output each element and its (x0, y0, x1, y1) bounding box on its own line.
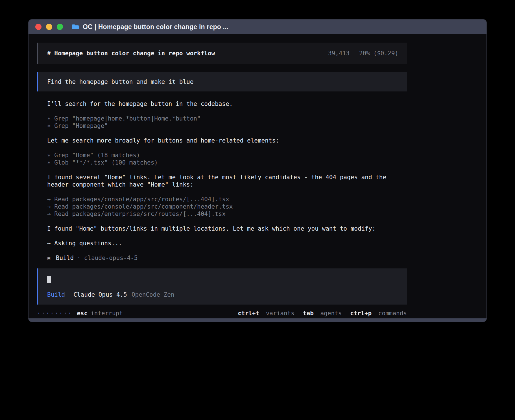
window-title: OC | Homepage button color change in rep… (83, 23, 228, 31)
status-bar: ········ esc interrupt ctrl+t variants t… (37, 310, 407, 317)
shortcut-label: agents (320, 310, 342, 317)
shortcut-key: ctrl+t (238, 310, 259, 317)
shortcut-label: variants (266, 310, 294, 317)
status-right: ctrl+t variants tab agents ctrl+p comman… (229, 310, 407, 317)
message-line: → Read packages/console/app/src/routes/[… (47, 196, 407, 203)
message-block: ∗ Grep "homepage|home.*button|Home.*butt… (47, 115, 407, 130)
message-line: I found several "Home" links. Let me loo… (47, 174, 407, 181)
session-title: # Homepage button color change in repo w… (47, 50, 215, 57)
message-block: → Read packages/console/app/src/routes/[… (47, 196, 407, 218)
spinner-dots: ········ (37, 310, 72, 317)
esc-key-hint: esc (77, 310, 88, 317)
token-count: 39,413 (328, 50, 350, 57)
user-message: Find the homepage button and make it blu… (37, 72, 407, 91)
text-cursor (47, 276, 51, 283)
message-block: I found several "Home" links. Let me loo… (47, 174, 407, 188)
agent-name: Build (56, 254, 74, 262)
shortcut-key: tab (303, 310, 314, 317)
message-block: I'll search for the homepage button in t… (47, 100, 407, 108)
shortcut-key: ctrl+p (350, 310, 372, 317)
terminal-content: # Homepage button color change in repo w… (37, 43, 407, 317)
session-header: # Homepage button color change in repo w… (37, 43, 407, 64)
agent-separator: · (77, 254, 81, 262)
message-line: I'll search for the homepage button in t… (47, 100, 407, 108)
terminal-window: OC | Homepage button color change in rep… (28, 19, 487, 322)
window-titlebar[interactable]: OC | Homepage button color change in rep… (29, 19, 486, 34)
conversation: I'll search for the homepage button in t… (37, 100, 407, 247)
message-block: ∗ Grep "Home" (18 matches)∗ Glob "**/*.t… (47, 152, 407, 166)
shortcut-label: commands (378, 310, 407, 317)
message-line: ∗ Grep "Home" (18 matches) (47, 152, 407, 159)
message-line: I found "Home" buttons/links in multiple… (47, 225, 407, 232)
user-message-text: Find the homepage button and make it blu… (47, 78, 193, 85)
agent-model: claude-opus-4-5 (84, 254, 138, 262)
model-label: Claude Opus 4.5 (73, 291, 127, 298)
prompt-input[interactable]: Build Claude Opus 4.5 OpenCode Zen (37, 268, 407, 305)
message-line: → Read packages/console/app/src/componen… (47, 203, 407, 210)
esc-action-label: interrupt (91, 310, 123, 317)
shortcut-commands: ctrl+p commands (350, 310, 407, 317)
message-line: ∗ Glob "**/*.tsx" (100 matches) (47, 159, 407, 166)
zoom-button[interactable] (57, 24, 63, 30)
status-left: ········ esc interrupt (37, 310, 123, 317)
agent-status-row: ▣ Build · claude-opus-4-5 (37, 254, 407, 262)
window-bottom-chrome (29, 318, 486, 322)
input-footer: Build Claude Opus 4.5 OpenCode Zen (47, 291, 398, 298)
shortcut-variants: ctrl+t variants (238, 310, 294, 317)
message-line: ∗ Grep "Homepage" (47, 122, 407, 130)
provider-label: OpenCode Zen (132, 291, 174, 298)
session-stats: 39,413 20% ($0.29) (328, 50, 398, 57)
message-line: ∗ Grep "homepage|home.*button|Home.*butt… (47, 115, 407, 122)
message-line: → Read packages/enterprise/src/routes/[.… (47, 210, 407, 218)
message-block: Let me search more broadly for buttons a… (47, 137, 407, 144)
message-block: I found "Home" buttons/links in multiple… (47, 225, 407, 232)
message-line: header component which have "Home" links… (47, 181, 407, 188)
message-block: ~ Asking questions... (47, 240, 407, 247)
context-usage: 20% ($0.29) (359, 50, 398, 57)
shortcut-agents: tab agents (303, 310, 342, 317)
close-button[interactable] (35, 24, 42, 30)
message-line: ~ Asking questions... (47, 240, 407, 247)
folder-icon (71, 24, 79, 30)
message-line: Let me search more broadly for buttons a… (47, 137, 407, 144)
mode-label: Build (47, 291, 65, 298)
agent-icon: ▣ (47, 254, 50, 262)
minimize-button[interactable] (46, 24, 52, 30)
